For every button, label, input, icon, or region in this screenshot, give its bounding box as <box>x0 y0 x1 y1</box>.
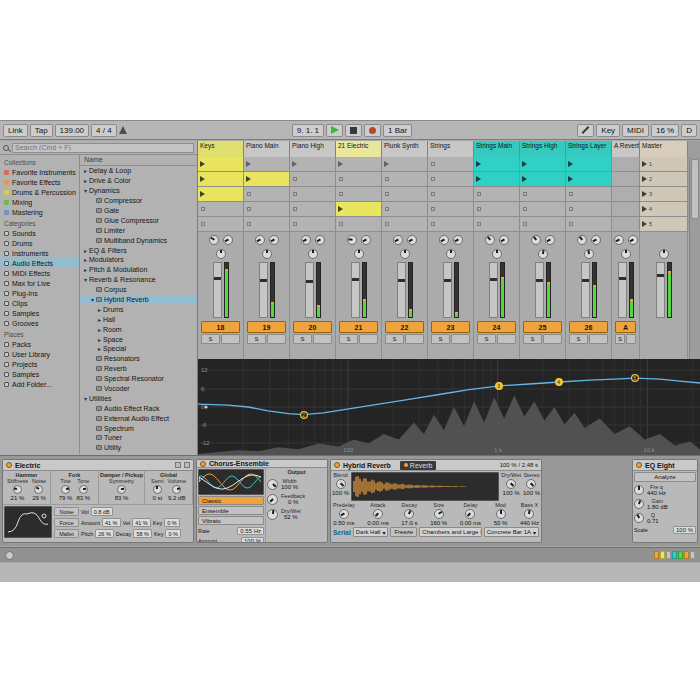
send-a-knob[interactable] <box>209 235 219 245</box>
track-header-piano-main[interactable]: Piano Main <box>244 141 290 157</box>
tree-item-hall[interactable]: ▸Hall <box>80 314 197 324</box>
fader-handle[interactable] <box>306 280 313 283</box>
mode-tab-classic[interactable]: Classic <box>198 496 264 505</box>
chevron-right-icon[interactable]: ▸ <box>96 345 103 352</box>
chevron-right-icon[interactable]: ▸ <box>82 177 89 184</box>
clip-slot[interactable] <box>520 217 566 232</box>
tree-item-reverb-resonance[interactable]: ▾Reverb & Resonance <box>80 275 197 285</box>
arm-button[interactable] <box>543 334 562 344</box>
sidebar-item-packs[interactable]: Packs <box>0 339 79 349</box>
send-b-knob[interactable] <box>628 235 638 245</box>
arm-button[interactable] <box>497 334 516 344</box>
clip-slot[interactable] <box>244 157 290 172</box>
volume-fader[interactable] <box>213 262 222 318</box>
clip[interactable] <box>520 157 566 172</box>
volume-fader[interactable] <box>535 262 544 318</box>
clip-slot[interactable] <box>290 157 336 172</box>
scene-launch[interactable]: 1 <box>640 157 688 172</box>
sidebar-item-sounds[interactable]: Sounds <box>0 228 79 238</box>
send-b-knob[interactable] <box>453 235 463 245</box>
tree-item-multiband-dynamics[interactable]: Multiband Dynamics <box>80 235 197 245</box>
clip[interactable] <box>198 187 244 202</box>
send-b-knob[interactable] <box>407 235 417 245</box>
arm-button[interactable] <box>359 334 378 344</box>
sidebar-item-samples[interactable]: Samples <box>0 308 79 318</box>
track-header-plunk-synth[interactable]: Plunk Synth <box>382 141 428 157</box>
device-on-toggle[interactable] <box>334 462 340 468</box>
scene-launch[interactable]: 5 <box>640 217 688 232</box>
volume-fader[interactable] <box>305 262 314 318</box>
arm-button[interactable] <box>313 334 332 344</box>
arm-button[interactable] <box>221 334 240 344</box>
stop-button[interactable] <box>345 124 362 137</box>
volume-fader[interactable] <box>397 262 406 318</box>
predelay-knob[interactable] <box>339 509 349 519</box>
time-signature[interactable]: 4 / 4 <box>91 124 117 137</box>
scale-value[interactable]: 100 % <box>673 526 696 534</box>
sidebar-item-audio-effects[interactable]: Audio Effects <box>0 258 79 268</box>
track-activator[interactable]: 24 <box>477 321 516 333</box>
tone-knob[interactable] <box>79 485 88 494</box>
ir-file-select[interactable]: Concrete Bar 1A▾ <box>484 527 539 537</box>
cell-value[interactable]: 58 % <box>133 529 152 538</box>
volume-fader[interactable] <box>618 262 627 318</box>
sidebar-item-favorite-effects[interactable]: Favorite Effects <box>0 177 79 187</box>
scene-launch[interactable]: 2 <box>640 172 688 187</box>
quantize-menu[interactable]: 1 Bar <box>383 124 412 137</box>
cell-value[interactable]: 41 % <box>102 518 121 527</box>
tree-item-drums[interactable]: ▸Drums <box>80 304 197 314</box>
clip-slot[interactable] <box>520 187 566 202</box>
stereo-knob[interactable] <box>526 479 536 489</box>
sidebar-item-drums-percussion[interactable]: Drums & Percussion <box>0 187 79 197</box>
width-knob[interactable] <box>267 479 278 490</box>
track-header-strings-layer[interactable]: Strings Layer <box>566 141 612 157</box>
tree-item-reverb[interactable]: Reverb <box>80 364 197 374</box>
volume-fader[interactable] <box>259 262 268 318</box>
tree-item-drive-color[interactable]: ▸Drive & Color <box>80 176 197 186</box>
clip[interactable] <box>336 202 382 217</box>
draw-mode-button[interactable] <box>577 124 594 137</box>
send-a-knob[interactable] <box>614 235 624 245</box>
fader-handle[interactable] <box>398 279 405 282</box>
pan-knob[interactable] <box>538 249 548 259</box>
clip-slot[interactable] <box>428 157 474 172</box>
clip-slot[interactable] <box>290 202 336 217</box>
clip-slot[interactable] <box>612 187 640 202</box>
track-header-strings-high[interactable]: Strings High <box>520 141 566 157</box>
tree-item-glue-compressor[interactable]: Glue Compressor <box>80 215 197 225</box>
send-a-knob[interactable] <box>255 235 265 245</box>
tree-item-corpus[interactable]: Corpus <box>80 285 197 295</box>
noise-knob[interactable] <box>34 485 43 494</box>
clip-slot[interactable] <box>244 202 290 217</box>
clip-slot[interactable] <box>290 187 336 202</box>
volume-knob[interactable] <box>172 485 181 494</box>
chevron-right-icon[interactable]: ▸ <box>82 167 89 174</box>
cell-value[interactable]: 26 % <box>95 529 114 538</box>
pan-knob[interactable] <box>216 249 226 259</box>
clip-slot[interactable] <box>428 172 474 187</box>
browser-name-header[interactable]: Name <box>80 155 197 166</box>
clip-slot[interactable] <box>566 202 612 217</box>
sidebar-item-instruments[interactable]: Instruments <box>0 248 79 258</box>
send-b-knob[interactable] <box>361 235 371 245</box>
hotswap-icon[interactable] <box>175 462 181 468</box>
tree-item-eq-filters[interactable]: ▸EQ & Filters <box>80 245 197 255</box>
sidebar-item-midi-effects[interactable]: MIDI Effects <box>0 268 79 278</box>
q-knob[interactable] <box>634 513 644 523</box>
pan-knob[interactable] <box>308 249 318 259</box>
solo-button[interactable]: S <box>615 334 625 344</box>
clip[interactable] <box>198 172 244 187</box>
send-a-knob[interactable] <box>577 235 587 245</box>
tree-item-utility[interactable]: Utility <box>80 443 197 453</box>
fader-handle[interactable] <box>582 279 589 282</box>
key-map-button[interactable]: Key <box>596 124 620 137</box>
feedback-knob[interactable] <box>267 494 278 505</box>
track-header-keys[interactable]: Keys <box>198 141 244 157</box>
sidebar-item-add-folder[interactable]: Add Folder... <box>0 379 79 389</box>
tree-item-special[interactable]: ▸Special <box>80 344 197 354</box>
clip-slot[interactable] <box>474 217 520 232</box>
cell-value[interactable]: 0.8 dB <box>91 507 113 516</box>
clip-slot[interactable] <box>244 187 290 202</box>
clip-slot[interactable] <box>520 202 566 217</box>
volume-fader[interactable] <box>351 262 360 318</box>
